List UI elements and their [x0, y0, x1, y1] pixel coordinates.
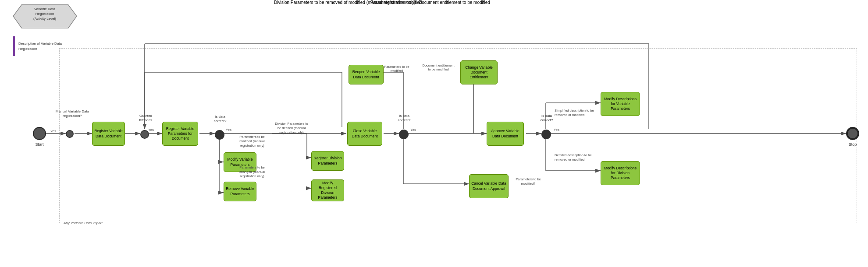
cancel-vdd-node[interactable]: Cancel Variable Data Document Approval [469, 174, 509, 198]
gateway2-label: Granted Person? [134, 114, 158, 123]
stop-node [846, 127, 859, 140]
remove-vp-node[interactable]: Remove Variable Parameters [224, 182, 256, 201]
close-vdd-node[interactable]: Close Variable Data Document [347, 122, 382, 146]
modify-rdp-node[interactable]: Modify Registered Division Parameters [311, 179, 344, 201]
any-vdi-label: Any Variable Data import [64, 221, 103, 225]
gateway5-circle [541, 130, 551, 139]
params-to-be-modified-label: Parameters to be modified [370, 0, 422, 5]
register-vdd-node[interactable]: Register Variable Data Document [92, 122, 125, 146]
params-changed-label: Parameters to be changed (manual registr… [235, 165, 270, 178]
gateway2-circle [140, 130, 149, 139]
start-yes-label: Yes [50, 129, 56, 133]
start-node [33, 127, 46, 140]
register-vp-node[interactable]: Register Variable Parameters for Documen… [162, 122, 198, 146]
gateway1-circle [66, 130, 74, 138]
params-modified-arrow-label: Parameters to be modified [384, 65, 410, 73]
doc-entitlement-arrow-label: Document entitlement to be modified [421, 63, 456, 71]
change-vde-node[interactable]: Change Variable Document Entitlement [460, 60, 498, 84]
stop-label: Stop [840, 142, 866, 147]
params-modified-label: Parameters to be modified (manual regist… [235, 135, 270, 148]
register-dp-node[interactable]: Register Division Parameters [311, 151, 344, 171]
start-label: Start [26, 142, 53, 147]
gateway4-label: Is data correct? [393, 114, 415, 123]
gateway2-no-label: No [140, 118, 145, 122]
legend-activity-box: Variable Data Registration (Activity Lev… [13, 4, 77, 28]
modify-desc-dp-node[interactable]: Modify Descriptions for Division Paramet… [601, 161, 640, 185]
div-params-defined-label: Division Parameters to be defined (manua… [274, 122, 309, 134]
diagram-container: Variable Data Registration (Activity Lev… [0, 0, 868, 267]
legend-bar [13, 36, 15, 56]
simplified-desc-label: Simplified description to be removed or … [555, 109, 598, 117]
gateway1-label: Manual Variable Data registration? [55, 109, 90, 119]
modify-desc-vp-node[interactable]: Modify Descriptions for Variable Paramet… [601, 92, 640, 116]
params-modified2-label: Parameters to be modified? [509, 177, 548, 186]
gateway4-circle [399, 130, 409, 139]
gateway5-yes-label: Yes [554, 128, 559, 132]
svg-text:(Activity Level): (Activity Level) [33, 17, 56, 21]
reopen-vdd-node[interactable]: Reopen Variable Data Document [349, 65, 384, 84]
svg-text:Registration: Registration [36, 12, 54, 16]
gateway2-yes-label: Yes [148, 128, 154, 132]
detailed-desc-label: Detailed description to be removed or mo… [555, 153, 598, 162]
gateway3-circle [215, 130, 224, 140]
svg-text:Variable Data: Variable Data [34, 7, 55, 11]
approve-vdd-node[interactable]: Approve Variable Data Document [487, 122, 524, 146]
gateway4-yes-label: Yes [410, 128, 416, 132]
doc-entitlement-label: Document entitlement to be modified [419, 0, 490, 5]
gateway3-yes-label: Yes [226, 128, 231, 132]
gateway3-label: Is data correct? [209, 115, 231, 124]
